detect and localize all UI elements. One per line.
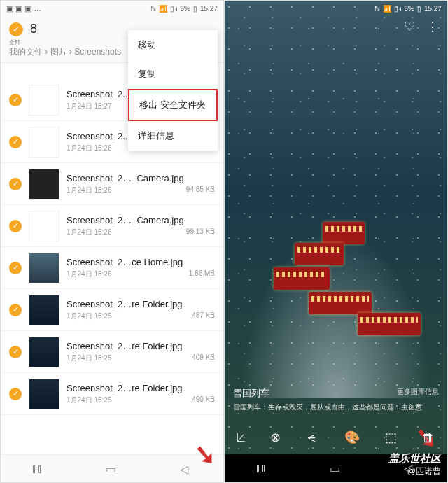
file-date: 1月24日 15:26 bbox=[66, 227, 112, 237]
file-manager-pane: ▣ ▣ ▣ … ℕ 📶 ▯⫞ 6% ▯ 15:27 ✓ 8 全部 我的文件 › … bbox=[0, 0, 224, 483]
recents-button[interactable]: ⫿⫿ bbox=[255, 462, 268, 475]
file-name: Screenshot_2…_Camera.jpg bbox=[66, 215, 215, 225]
file-size: 487 KB bbox=[192, 312, 215, 321]
thumbnail bbox=[29, 295, 59, 326]
file-name: Screenshot_2…ce Home.jpg bbox=[66, 257, 215, 267]
watermark-brand: 盖乐世社区 bbox=[388, 452, 441, 465]
thumbnail bbox=[29, 211, 59, 241]
battery-icon: ▯ bbox=[193, 5, 197, 13]
thumbnail bbox=[29, 253, 59, 284]
palette-icon[interactable]: 🎨 bbox=[344, 430, 360, 445]
clock: 15:27 bbox=[424, 5, 442, 13]
file-size: 99.13 KB bbox=[186, 227, 215, 237]
list-item[interactable]: Screenshot_2…_Camera.jpg1月24日 15:2694.85… bbox=[1, 163, 223, 205]
delete-icon[interactable]: 🗑 bbox=[422, 430, 435, 445]
thumbnail bbox=[29, 379, 59, 410]
list-item[interactable]: Screenshot_2…_Camera.jpg1月24日 15:2699.13… bbox=[1, 205, 223, 247]
thumbnail bbox=[29, 169, 59, 200]
menu-move[interactable]: 移动 bbox=[128, 30, 218, 59]
file-size: 1.66 MB bbox=[189, 270, 215, 279]
menu-move-out-secure[interactable]: 移出 安全文件夹 bbox=[128, 89, 218, 121]
caption-subtitle: 雪国列车：生存或毁灭，屈从或自由，这些都是问题…虫创意 bbox=[233, 402, 439, 412]
wifi-icon: 📶 bbox=[159, 5, 167, 13]
battery-icon: ▯ bbox=[417, 5, 421, 13]
nfc-icon: ℕ bbox=[374, 5, 380, 13]
menu-copy[interactable]: 复制 bbox=[128, 59, 218, 89]
file-name: Screenshot_2…re Folder.jpg bbox=[66, 341, 215, 351]
file-date: 1月24日 15:26 bbox=[66, 186, 112, 195]
signal-icon: ▯⫞ bbox=[170, 5, 178, 13]
item-checkbox[interactable] bbox=[9, 178, 22, 190]
home-button[interactable]: ▭ bbox=[330, 462, 342, 475]
item-checkbox[interactable] bbox=[9, 94, 22, 106]
gallery-viewer-pane: ℕ 📶 ▯⫞ 6% ▯ 15:27 ♡ ⋮ 更多图库信息 雪国列车 雪国列车：生… bbox=[224, 0, 448, 483]
item-checkbox[interactable] bbox=[9, 304, 22, 316]
item-checkbox[interactable] bbox=[9, 220, 22, 232]
more-icon[interactable]: ⋮ bbox=[426, 19, 439, 34]
android-nav-bar: ⫿⫿ ▭ ◁ bbox=[1, 454, 223, 482]
watermark-author: @匹诺曹 bbox=[388, 465, 441, 477]
select-all-checkbox[interactable]: ✓ bbox=[9, 22, 23, 36]
effects-icon[interactable]: ⊗ bbox=[270, 430, 281, 445]
file-name: Screenshot_2…re Folder.jpg bbox=[66, 383, 215, 393]
home-button[interactable]: ▭ bbox=[106, 463, 118, 475]
file-name: Screenshot_2…_Camera.jpg bbox=[66, 173, 215, 183]
nfc-icon: ℕ bbox=[150, 5, 156, 13]
notif-icons: ▣ ▣ ▣ … bbox=[6, 4, 41, 13]
item-checkbox[interactable] bbox=[9, 388, 22, 400]
image-caption: 更多图库信息 雪国列车 雪国列车：生存或毁灭，屈从或自由，这些都是问题…虫创意 bbox=[233, 387, 439, 412]
thumbnail bbox=[29, 85, 59, 115]
thumbnail bbox=[29, 127, 59, 158]
selected-count: 8 bbox=[30, 22, 37, 36]
battery-text: 6% bbox=[405, 5, 414, 13]
file-size: 94.85 KB bbox=[186, 186, 215, 195]
wifi-icon: 📶 bbox=[383, 5, 391, 13]
image-toolbar: ⟀ ⊗ ⪪ 🎨 ⬚ 🗑 bbox=[225, 421, 447, 454]
list-item[interactable]: Screenshot_2…re Folder.jpg1月24日 15:25409… bbox=[1, 331, 223, 373]
file-date: 1月24日 15:26 bbox=[66, 144, 112, 153]
train-illustration bbox=[239, 216, 433, 342]
status-bar: ▣ ▣ ▣ … ℕ 📶 ▯⫞ 6% ▯ 15:27 bbox=[1, 1, 223, 16]
item-checkbox[interactable] bbox=[9, 136, 22, 148]
thumbnail bbox=[29, 337, 59, 368]
set-as-icon[interactable]: ⬚ bbox=[385, 430, 397, 445]
file-date: 1月24日 15:25 bbox=[66, 396, 112, 405]
file-date: 1月24日 15:26 bbox=[66, 270, 112, 279]
signal-icon: ▯⫞ bbox=[394, 5, 402, 13]
file-date: 1月24日 15:25 bbox=[66, 354, 112, 363]
more-info-link[interactable]: 更多图库信息 bbox=[397, 387, 439, 397]
file-size: 490 KB bbox=[192, 396, 215, 405]
crop-icon[interactable]: ⟀ bbox=[237, 430, 245, 445]
favorite-icon[interactable]: ♡ bbox=[404, 19, 415, 34]
menu-details[interactable]: 详细信息 bbox=[128, 121, 218, 150]
item-checkbox[interactable] bbox=[9, 346, 22, 358]
list-item[interactable]: Screenshot_2…ce Home.jpg1月24日 15:261.66 … bbox=[1, 247, 223, 289]
list-item[interactable]: Screenshot_2…re Folder.jpg1月24日 15:25487… bbox=[1, 289, 223, 331]
list-item[interactable]: Screenshot_2…re Folder.jpg1月24日 15:25490… bbox=[1, 373, 223, 415]
file-size: 409 KB bbox=[192, 354, 215, 363]
item-checkbox[interactable] bbox=[9, 262, 22, 274]
clock: 15:27 bbox=[200, 5, 218, 13]
context-menu: 移动 复制 移出 安全文件夹 详细信息 bbox=[128, 30, 218, 150]
file-date: 1月24日 15:27 bbox=[66, 102, 112, 111]
watermark: 盖乐世社区 @匹诺曹 bbox=[388, 452, 441, 477]
back-button[interactable]: ◁ bbox=[180, 463, 192, 475]
select-all-label: 全部 bbox=[9, 38, 20, 46]
file-name: Screenshot_2…re Folder.jpg bbox=[66, 299, 215, 309]
status-bar: ℕ 📶 ▯⫞ 6% ▯ 15:27 bbox=[225, 1, 447, 16]
file-date: 1月24日 15:25 bbox=[66, 312, 112, 321]
share-icon[interactable]: ⪪ bbox=[306, 430, 318, 445]
recents-button[interactable]: ⫿⫿ bbox=[31, 463, 44, 475]
battery-text: 6% bbox=[181, 5, 190, 13]
